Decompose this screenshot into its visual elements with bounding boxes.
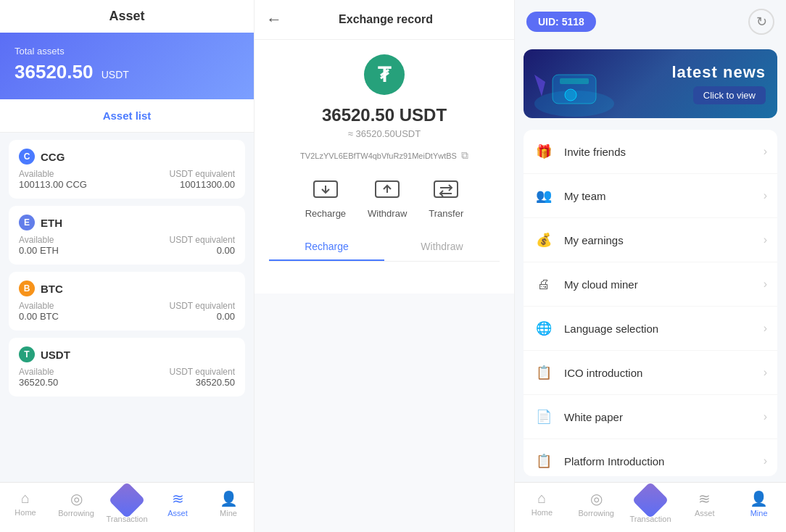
mine-icon: 👤 — [220, 490, 238, 507]
btc-usdt-val: 0.00 — [217, 311, 235, 322]
home-icon: ⌂ — [21, 490, 30, 507]
transfer-button[interactable]: Transfer — [429, 176, 463, 219]
asset-item-usdt: T USDT Available USDT equivalent 36520.5… — [9, 338, 245, 396]
exchange-record-title: Exchange record — [291, 13, 502, 26]
my-cloud-miner-icon: 🖨 — [534, 274, 554, 294]
total-assets-amount: 36520.50 USDT — [15, 61, 239, 83]
my-team-icon: 👥 — [534, 186, 554, 206]
right-nav-home[interactable]: ⌂ Home — [515, 487, 569, 526]
left-nav-mine[interactable]: 👤 Mine — [203, 487, 254, 526]
left-nav-transaction[interactable]: Transaction — [102, 484, 152, 526]
usdt-name: USDT — [41, 349, 70, 361]
ico-introduction-icon: 📋 — [534, 362, 554, 383]
menu-item-my-cloud-miner[interactable]: 🖨 My cloud miner › — [524, 262, 777, 307]
right-nav-borrowing-label: Borrowing — [578, 509, 614, 518]
ccg-available-val: 100113.00 CCG — [19, 179, 87, 190]
right-header: UID: 5118 ↻ — [515, 0, 786, 43]
left-nav-home-label: Home — [15, 508, 36, 517]
recharge-button[interactable]: Recharge — [305, 176, 346, 219]
news-click-button[interactable]: Click to view — [693, 86, 766, 104]
left-nav-asset[interactable]: ≋ Asset — [152, 487, 203, 526]
withdraw-button[interactable]: Withdraw — [368, 176, 407, 219]
platform-introduction-icon: 📋 — [534, 451, 554, 471]
btc-name: BTC — [41, 283, 63, 295]
white-paper-arrow-icon: › — [764, 410, 767, 423]
svg-rect-5 — [560, 78, 589, 84]
btc-available-label: Available — [19, 301, 54, 311]
svg-point-6 — [565, 89, 576, 101]
right-asset-icon: ≋ — [698, 490, 711, 507]
white-paper-icon: 📄 — [534, 407, 554, 427]
menu-item-platform-introduction[interactable]: 📋 Platform Introduction › — [524, 439, 777, 476]
eth-icon: E — [19, 215, 35, 230]
left-bottom-nav: ⌂ Home ◎ Borrowing Transaction ≋ Asset 👤… — [0, 482, 254, 532]
asset-nav-icon: ≋ — [172, 490, 184, 507]
platform-introduction-label: Platform Introduction — [564, 455, 764, 467]
news-banner-content: latest news Click to view — [671, 63, 766, 104]
svg-marker-7 — [534, 75, 545, 96]
tab-recharge[interactable]: Recharge — [269, 233, 384, 261]
my-earnings-arrow-icon: › — [764, 233, 767, 246]
right-bottom-nav: ⌂ Home ◎ Borrowing Transaction ≋ Asset 👤… — [515, 482, 786, 532]
back-button[interactable]: ← — [266, 10, 282, 29]
tether-logo: ₮ — [364, 54, 405, 95]
exchange-header: ← Exchange record — [255, 0, 514, 40]
language-selection-arrow-icon: › — [764, 322, 767, 335]
menu-item-my-team[interactable]: 👥 My team › — [524, 174, 777, 218]
left-nav-borrowing[interactable]: ◎ Borrowing — [51, 487, 102, 526]
right-borrowing-icon: ◎ — [590, 490, 603, 507]
invite-friends-arrow-icon: › — [764, 145, 767, 158]
right-nav-transaction[interactable]: Transaction — [624, 484, 678, 526]
menu-item-invite-friends[interactable]: 🎁 Invite friends › — [524, 130, 777, 174]
right-nav-borrowing[interactable]: ◎ Borrowing — [569, 487, 624, 526]
left-nav-mine-label: Mine — [220, 509, 237, 518]
ccg-available-label: Available — [19, 169, 54, 179]
my-team-label: My team — [564, 190, 764, 202]
menu-item-white-paper[interactable]: 📄 White paper › — [524, 395, 777, 439]
news-banner[interactable]: latest news Click to view — [524, 49, 777, 118]
menu-item-my-earnings[interactable]: 💰 My earnings › — [524, 218, 777, 262]
my-team-arrow-icon: › — [764, 189, 767, 202]
left-panel: Asset Total assets 36520.50 USDT Asset l… — [0, 0, 254, 532]
my-earnings-icon: 💰 — [534, 230, 554, 250]
my-earnings-label: My earnings — [564, 234, 764, 246]
asset-item-btc: B BTC Available USDT equivalent 0.00 BTC… — [9, 272, 245, 331]
left-nav-borrowing-label: Borrowing — [58, 509, 94, 518]
tab-withdraw[interactable]: Withdraw — [384, 233, 500, 261]
uid-badge: UID: 5118 — [526, 12, 596, 32]
news-latest-label: latest news — [671, 63, 766, 82]
exchange-tab-bar: Recharge Withdraw — [269, 233, 500, 262]
withdraw-icon — [370, 176, 405, 205]
right-nav-asset-label: Asset — [695, 509, 715, 518]
news-decoration-icon — [531, 60, 618, 118]
btc-available-val: 0.00 BTC — [19, 311, 59, 322]
middle-panel: ← Exchange record ₮ 36520.50 USDT ≈ 3652… — [254, 0, 515, 532]
right-nav-home-label: Home — [531, 508, 553, 517]
eth-name: ETH — [41, 217, 62, 229]
right-panel: UID: 5118 ↻ latest news Click to view 🎁 … — [515, 0, 786, 532]
right-nav-asset[interactable]: ≋ Asset — [677, 487, 732, 526]
menu-item-ico-introduction[interactable]: 📋 ICO introduction › — [524, 351, 777, 395]
copy-icon[interactable]: ⧉ — [461, 149, 468, 162]
my-cloud-miner-label: My cloud miner — [564, 278, 764, 291]
platform-introduction-arrow-icon: › — [764, 454, 767, 467]
language-selection-label: Language selection — [564, 323, 764, 335]
left-nav-asset-label: Asset — [167, 509, 188, 518]
asset-items: C CCG Available USDT equivalent 100113.0… — [0, 133, 254, 482]
invite-friends-label: Invite friends — [564, 146, 764, 158]
left-nav-home[interactable]: ⌂ Home — [0, 487, 51, 526]
exchange-approx: ≈ 36520.50USDT — [348, 128, 421, 139]
right-nav-mine-label: Mine — [750, 509, 768, 518]
refresh-button[interactable]: ↻ — [748, 9, 774, 35]
recharge-label: Recharge — [305, 208, 346, 219]
ico-introduction-arrow-icon: › — [764, 366, 767, 379]
transaction-diamond-icon — [109, 482, 146, 519]
total-assets-label: Total assets — [15, 46, 239, 57]
eth-available-label: Available — [19, 235, 54, 245]
asset-list-title: Asset list — [0, 99, 254, 133]
exchange-content-area — [255, 294, 514, 533]
right-nav-mine[interactable]: 👤 Mine — [732, 487, 786, 526]
eth-usdt-label: USDT equivalent — [170, 235, 236, 245]
usdt-available-val: 36520.50 — [19, 377, 58, 388]
menu-item-language-selection[interactable]: 🌐 Language selection › — [524, 307, 777, 351]
